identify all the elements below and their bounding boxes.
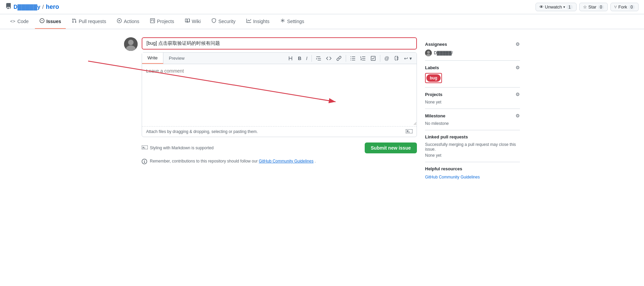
main-content: Write Preview B I	[119, 29, 525, 192]
projects-title: Projects	[425, 92, 442, 97]
assignee-row: D▓▓▓▓▓/	[425, 50, 520, 56]
toolbar-divider-3	[380, 55, 380, 62]
labels-header: Labels ⚙	[425, 65, 520, 70]
pr-icon	[72, 18, 77, 24]
community-note: Remember, contributions to this reposito…	[142, 159, 417, 165]
markdown-note-left: M↓ Styling with Markdown is supported	[142, 146, 214, 150]
svg-text:M↓: M↓	[407, 130, 410, 133]
eye-icon: 👁	[539, 4, 544, 9]
attach-area: Attach files by dragging & dropping, sel…	[142, 126, 417, 137]
fork-button[interactable]: ⑂ Fork 0	[610, 3, 639, 11]
milestone-title: Milestone	[425, 113, 445, 118]
actions-icon	[117, 18, 122, 24]
settings-icon	[280, 18, 285, 24]
linked-prs-header: Linked pull requests	[425, 134, 520, 139]
unwatch-button[interactable]: 👁 Unwatch ▾ 1	[536, 3, 577, 11]
toolbar-code[interactable]	[324, 54, 334, 62]
assignee-name: D▓▓▓▓▓/	[434, 51, 453, 55]
labels-title: Labels	[425, 65, 439, 70]
repo-slash: /	[42, 4, 44, 10]
issue-form: Write Preview B I	[142, 37, 417, 184]
sidebar-assignees: Assignees ⚙ D▓▓▓▓▓/	[425, 37, 520, 61]
labels-gear-icon[interactable]: ⚙	[516, 65, 520, 70]
toolbar-reference[interactable]	[392, 54, 401, 62]
projects-gear-icon[interactable]: ⚙	[516, 92, 520, 97]
milestone-value: No milestone	[425, 121, 520, 126]
assignees-header: Assignees ⚙	[425, 41, 520, 47]
toolbar-divider-2	[346, 55, 346, 62]
issue-form-container: Write Preview B I	[124, 37, 417, 184]
assignees-title: Assignees	[425, 42, 447, 47]
security-icon	[212, 18, 216, 24]
markdown-note-text: Styling with Markdown is supported	[150, 146, 214, 150]
community-guidelines-sidebar-link[interactable]: GitHub Community Guidelines	[425, 175, 480, 179]
star-button[interactable]: ☆ Star 0	[579, 3, 608, 11]
assignees-gear-icon[interactable]: ⚙	[516, 41, 520, 47]
toolbar-divider-1	[311, 55, 312, 62]
projects-header: Projects ⚙	[425, 92, 520, 97]
markdown-icon: M↓	[406, 129, 412, 134]
linked-prs-title: Linked pull requests	[425, 134, 468, 139]
comment-textarea[interactable]	[142, 64, 417, 125]
topbar: D▓▓▓▓▓y / hero 👁 Unwatch ▾ 1 ☆ Star 0 ⑂ …	[0, 0, 644, 14]
labels-content: bug	[425, 73, 520, 83]
tab-settings[interactable]: Settings	[276, 14, 309, 29]
svg-text:M↓: M↓	[143, 146, 146, 149]
wiki-icon	[185, 18, 190, 24]
preview-tab[interactable]: Preview	[163, 53, 190, 63]
sidebar: Assignees ⚙ D▓▓▓▓▓/ Labels ⚙ bug	[425, 37, 520, 184]
nav-tabs: <> Code Issues Pull requests Actions Pro…	[0, 14, 644, 29]
toolbar-mention[interactable]: @	[382, 54, 391, 62]
editor-container: Write Preview B I	[142, 52, 417, 137]
submit-new-issue-button[interactable]: Submit new issue	[365, 142, 417, 153]
milestone-gear-icon[interactable]: ⚙	[516, 113, 520, 118]
tab-wiki[interactable]: Wiki	[180, 14, 205, 29]
repo-actions: 👁 Unwatch ▾ 1 ☆ Star 0 ⑂ Fork 0	[536, 3, 639, 11]
sidebar-projects: Projects ⚙ None yet	[425, 88, 520, 109]
milestone-header: Milestone ⚙	[425, 113, 520, 118]
svg-point-1	[128, 40, 134, 45]
chevron-down-icon: ▾	[563, 5, 565, 9]
write-tab[interactable]: Write	[142, 53, 163, 64]
toolbar-task-list[interactable]	[368, 54, 378, 62]
tab-security[interactable]: Security	[207, 14, 240, 29]
issues-icon	[40, 18, 44, 24]
toolbar-undo[interactable]: ↩ ▾	[402, 54, 414, 62]
tab-pull-requests[interactable]: Pull requests	[67, 14, 111, 29]
tab-insights[interactable]: Insights	[242, 14, 274, 29]
sidebar-linked-prs: Linked pull requests Successfully mergin…	[425, 130, 520, 162]
attach-text: Attach files by dragging & dropping, sel…	[146, 129, 258, 134]
repo-name[interactable]: hero	[46, 3, 59, 11]
sidebar-labels: Labels ⚙ bug	[425, 61, 520, 88]
markdown-note-row: M↓ Styling with Markdown is supported Su…	[142, 140, 417, 156]
toolbar-unordered-list[interactable]	[348, 54, 358, 62]
community-note-suffix: .	[315, 159, 316, 164]
toolbar-italic[interactable]: I	[304, 54, 309, 62]
toolbar-link[interactable]	[334, 54, 344, 62]
toolbar-quote[interactable]	[314, 54, 323, 62]
toolbar-group: B I	[286, 54, 417, 62]
editor-tabs-row: Write Preview B I	[142, 53, 417, 64]
label-badge-box: bug	[425, 73, 442, 83]
tab-issues[interactable]: Issues	[35, 14, 66, 29]
toolbar-bold[interactable]: B	[296, 54, 303, 62]
assignee-avatar	[425, 50, 432, 56]
helpful-resources-title: Helpful resources	[425, 166, 520, 171]
repo-owner[interactable]: D▓▓▓▓▓y	[14, 4, 40, 10]
issue-title-input[interactable]	[142, 38, 416, 49]
tab-projects[interactable]: Projects	[145, 14, 179, 29]
toolbar-ordered-list[interactable]	[358, 54, 368, 62]
community-note-text: Remember, contributions to this reposito…	[150, 159, 258, 164]
tab-code[interactable]: <> Code	[5, 15, 34, 29]
bug-label-badge: bug	[426, 74, 441, 82]
title-input-wrapper	[142, 37, 417, 50]
fork-icon: ⑂	[614, 4, 617, 9]
toolbar-heading[interactable]	[286, 54, 295, 62]
repo-icon	[5, 3, 12, 11]
code-icon: <>	[10, 19, 15, 24]
user-avatar	[124, 37, 138, 51]
sidebar-helpful-resources: Helpful resources GitHub Community Guide…	[425, 162, 520, 184]
tab-actions[interactable]: Actions	[112, 14, 144, 29]
star-icon: ☆	[583, 4, 587, 9]
community-guidelines-link[interactable]: GitHub Community Guidelines	[259, 159, 314, 164]
